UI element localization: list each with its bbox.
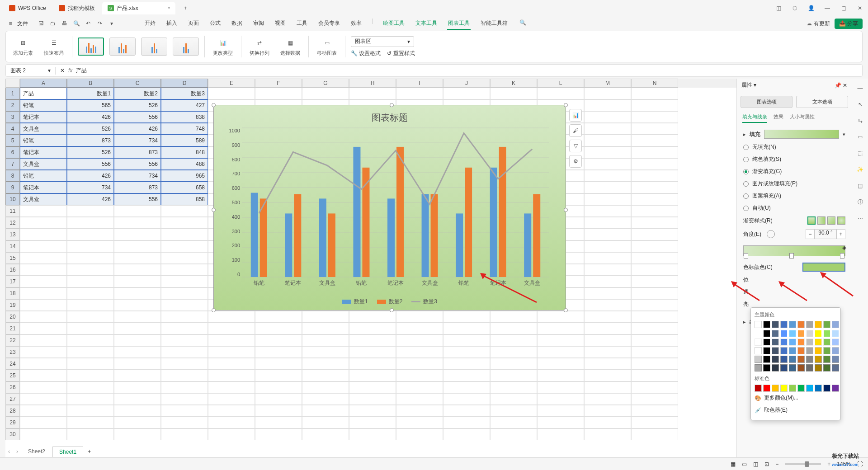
- chart-title[interactable]: 图表标题: [214, 105, 566, 124]
- color-cell[interactable]: [755, 364, 762, 371]
- cell[interactable]: [208, 346, 255, 358]
- grad-stop-2[interactable]: [789, 253, 794, 258]
- cell[interactable]: [584, 276, 631, 287]
- cell[interactable]: [631, 240, 678, 252]
- color-cell[interactable]: [755, 356, 762, 363]
- cell[interactable]: 734: [114, 170, 161, 182]
- menu-tab-efficiency[interactable]: 效率: [350, 18, 363, 30]
- cell[interactable]: 526: [67, 146, 114, 158]
- color-cell[interactable]: [772, 330, 779, 337]
- cell[interactable]: [302, 311, 349, 323]
- color-cell[interactable]: [772, 321, 779, 328]
- gradient-slider[interactable]: [743, 245, 845, 256]
- cell[interactable]: [255, 323, 302, 334]
- info-icon[interactable]: ⓘ: [855, 197, 865, 207]
- color-cell[interactable]: [797, 364, 805, 371]
- cell[interactable]: [161, 381, 208, 393]
- cell[interactable]: [584, 417, 631, 428]
- cell[interactable]: [631, 123, 678, 135]
- cell[interactable]: 526: [114, 99, 161, 111]
- row-header[interactable]: 1: [5, 88, 20, 99]
- color-cell[interactable]: [823, 347, 830, 354]
- cell[interactable]: [302, 393, 349, 405]
- menu-tab-insert[interactable]: 插入: [165, 18, 178, 30]
- avatar-icon[interactable]: 👤: [807, 4, 816, 13]
- cell[interactable]: 铅笔: [20, 170, 67, 182]
- cell[interactable]: [20, 323, 67, 334]
- color-cell[interactable]: [780, 385, 788, 392]
- cell[interactable]: 565: [67, 99, 114, 111]
- color-cell[interactable]: [823, 330, 830, 337]
- sheet-nav-left[interactable]: ‹: [5, 448, 13, 455]
- cell[interactable]: 734: [67, 182, 114, 193]
- cell[interactable]: [631, 182, 678, 193]
- row-header[interactable]: 19: [5, 299, 20, 311]
- cell[interactable]: [443, 311, 490, 323]
- color-cell[interactable]: [832, 330, 839, 337]
- cell[interactable]: [443, 334, 490, 346]
- color-cell[interactable]: [806, 356, 813, 363]
- color-cell[interactable]: [797, 321, 805, 328]
- cell[interactable]: [584, 311, 631, 323]
- cell[interactable]: 426: [67, 193, 114, 205]
- cell[interactable]: [490, 381, 537, 393]
- cell[interactable]: [208, 88, 255, 99]
- color-cell[interactable]: [789, 356, 796, 363]
- cell[interactable]: [67, 358, 114, 370]
- cell[interactable]: [396, 370, 443, 381]
- cell[interactable]: [114, 323, 161, 334]
- color-cell[interactable]: [832, 338, 839, 346]
- row-header[interactable]: 20: [5, 311, 20, 323]
- cell[interactable]: [584, 299, 631, 311]
- redo-icon[interactable]: ↷: [95, 19, 105, 28]
- cell[interactable]: [584, 252, 631, 264]
- cell[interactable]: [161, 370, 208, 381]
- chart-area-select[interactable]: 图表区▾: [351, 36, 414, 47]
- color-cell[interactable]: [772, 356, 779, 363]
- cell[interactable]: 文具盒: [20, 123, 67, 135]
- cell[interactable]: [490, 417, 537, 428]
- cell[interactable]: [396, 428, 443, 440]
- cell[interactable]: [161, 428, 208, 440]
- cell[interactable]: [161, 264, 208, 276]
- row-header[interactable]: 12: [5, 217, 20, 229]
- cell[interactable]: [584, 193, 631, 205]
- color-cell[interactable]: [789, 364, 796, 371]
- cell[interactable]: [208, 393, 255, 405]
- color-cell[interactable]: [789, 321, 796, 328]
- cell[interactable]: [631, 146, 678, 158]
- cell[interactable]: 数量3: [161, 88, 208, 99]
- chart-settings-button[interactable]: ⚙: [569, 155, 582, 168]
- cell[interactable]: [443, 393, 490, 405]
- color-cell[interactable]: [755, 338, 762, 346]
- cell[interactable]: 产品: [20, 88, 67, 99]
- cell[interactable]: [349, 311, 396, 323]
- sheet-tab-active[interactable]: Sheet1: [52, 446, 83, 457]
- row-header[interactable]: 11: [5, 205, 20, 217]
- cell[interactable]: [631, 217, 678, 229]
- cell[interactable]: [443, 323, 490, 334]
- cell[interactable]: [537, 393, 584, 405]
- cell[interactable]: [255, 88, 302, 99]
- cell[interactable]: [584, 170, 631, 182]
- cell[interactable]: [67, 393, 114, 405]
- color-cell[interactable]: [755, 321, 762, 328]
- menu-tab-formula[interactable]: 公式: [209, 18, 222, 30]
- cell[interactable]: [584, 405, 631, 417]
- cell[interactable]: [20, 240, 67, 252]
- cell[interactable]: [631, 193, 678, 205]
- cell[interactable]: [443, 358, 490, 370]
- cell[interactable]: [20, 205, 67, 217]
- cell[interactable]: [584, 217, 631, 229]
- color-cell[interactable]: [823, 385, 830, 392]
- cell[interactable]: [67, 417, 114, 428]
- color-cell[interactable]: [806, 321, 813, 328]
- chart-object[interactable]: 图表标题 10009008007006005004003002001000 铅笔…: [213, 105, 566, 310]
- cell[interactable]: [396, 393, 443, 405]
- cell[interactable]: 426: [67, 170, 114, 182]
- undo-icon[interactable]: ↶: [83, 19, 93, 28]
- cell[interactable]: [67, 323, 114, 334]
- color-cell[interactable]: [780, 321, 788, 328]
- cell[interactable]: 426: [67, 111, 114, 123]
- cell[interactable]: [443, 417, 490, 428]
